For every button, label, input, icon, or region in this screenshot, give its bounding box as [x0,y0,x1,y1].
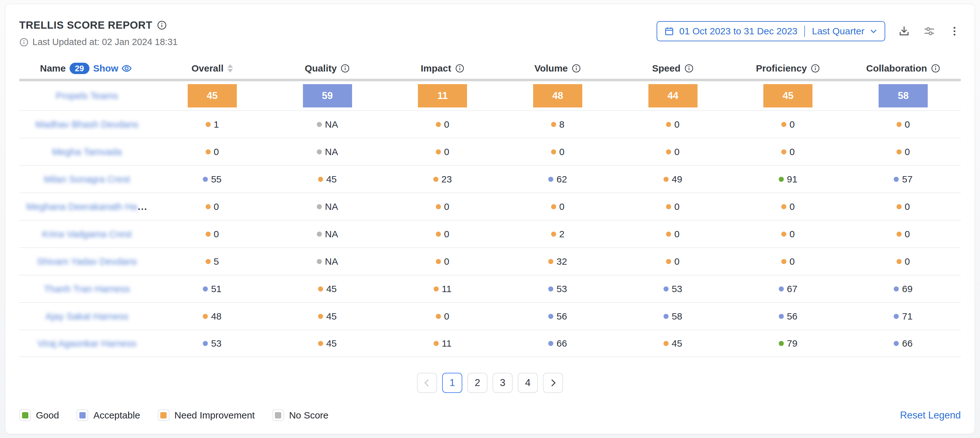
name-cell: Madhav Bhash Devdans [19,119,154,130]
score-cell: 55 [154,174,270,185]
score-value: 8 [559,119,565,130]
member-name-link[interactable]: Madhav Bhash Devdans [36,119,138,130]
member-name-link[interactable]: Meghana Deerakanath Ha [27,201,137,212]
speed-column-label: Speed [652,63,681,74]
name-cell: Milan Sonagra Crest [19,174,154,185]
score-cell: 23 [385,174,500,185]
pagination-page-2[interactable]: 2 [467,373,487,393]
score-dot [779,177,784,182]
pagination: 1 2 3 4 [19,373,961,393]
score-dot [317,204,322,209]
score-dot [663,177,668,182]
score-cell: 53 [615,284,730,294]
score-cell: 53 [500,284,615,294]
score-dot [434,287,439,291]
legend-item-acceptable[interactable]: Acceptable [76,409,140,421]
quality-info-icon[interactable] [340,64,350,73]
member-name-link[interactable]: Milan Sonagra Crest [44,174,130,185]
score-value: 0 [444,256,449,267]
last-updated-info-icon[interactable] [19,38,29,47]
score-cell: 79 [730,338,846,349]
member-name-link[interactable]: Propels Teams [56,91,118,101]
score-value: 0 [674,147,679,157]
score-value: 0 [559,201,565,212]
score-cell: 48 [500,84,615,107]
score-cell: 49 [615,174,730,185]
score-value: 56 [787,311,797,322]
download-icon[interactable] [898,25,910,38]
last-updated-text: Last Updated at: 02 Jan 2024 18:31 [32,37,178,47]
filter-settings-icon[interactable] [923,25,935,38]
score-dot [897,232,902,237]
score-dot [666,232,671,237]
pagination-next-button[interactable] [543,373,563,393]
reset-legend-link[interactable]: Reset Legend [900,409,961,421]
legend-swatch [272,409,284,421]
score-value: 0 [905,229,910,239]
score-dot [318,314,323,319]
impact-column-label: Impact [421,63,451,74]
sort-icon[interactable] [228,64,233,72]
score-badge: 45 [188,84,237,107]
speed-info-icon[interactable] [684,64,694,73]
volume-column-label: Volume [535,63,568,74]
score-dot [317,122,322,127]
date-preset-text: Last Quarter [812,26,864,37]
pagination-page-4[interactable]: 4 [518,373,538,393]
score-value: 0 [789,119,795,130]
impact-info-icon[interactable] [455,64,465,73]
score-dot [781,122,786,127]
score-value: 0 [214,229,219,239]
score-cell: 0 [846,119,961,130]
score-dot [436,122,441,127]
chevron-right-icon [549,379,556,387]
score-cell: 0 [846,201,961,212]
score-dot [433,177,438,182]
title-info-icon[interactable] [157,20,167,30]
score-dot [897,204,902,209]
legend-item-need-improvement[interactable]: Need Improvement [158,409,255,421]
pagination-page-3[interactable]: 3 [493,373,513,393]
volume-info-icon[interactable] [571,64,581,73]
score-cell: 32 [500,256,615,267]
chevron-down-icon [869,27,878,35]
member-name-link[interactable]: Thanh Tran Harness [44,284,130,294]
score-cell: 2 [500,229,615,239]
score-cell: NA [270,147,385,157]
score-cell: 0 [615,229,730,239]
kebab-menu-icon[interactable] [948,25,961,38]
member-name-link[interactable]: Shivam Yadav Devdans [37,256,137,267]
score-cell: 0 [154,229,270,239]
legend-item-no-score[interactable]: No Score [272,409,328,421]
table-header-row: Name 29 Show Overall Quality Impact Volu… [19,58,961,79]
member-name-link[interactable]: Viraj Agaonkar Harness [38,338,137,349]
show-names-toggle[interactable]: Show [93,63,132,74]
member-name-link[interactable]: Megha Tamvada [52,147,122,157]
pagination-prev-button[interactable] [417,373,437,393]
score-cell: 0 [385,201,500,212]
score-cell: 48 [154,311,270,322]
date-range-button[interactable]: 01 Oct 2023 to 31 Dec 2023 Last Quarter [657,21,885,41]
score-cell: 0 [385,229,500,239]
collaboration-info-icon[interactable] [931,64,940,73]
overall-column-label: Overall [191,63,224,74]
score-value: 0 [444,229,449,239]
pagination-page-1[interactable]: 1 [442,373,462,393]
score-dot [203,314,208,319]
member-name-link[interactable]: Ajay Sakat Harness [45,311,128,322]
proficiency-info-icon[interactable] [811,64,820,73]
table-row: Meghana Deerakanath Ha...0NA00000 [19,193,961,220]
score-value: NA [325,147,338,157]
score-dot [779,341,784,346]
score-dot [897,259,902,264]
score-dot [663,314,668,319]
score-value: 0 [674,201,679,212]
member-name-link[interactable]: Krina Vadgama Crest [42,229,132,239]
column-header-overall[interactable]: Overall [154,63,270,74]
score-value: 45 [326,284,337,294]
legend-item-good[interactable]: Good [19,409,59,421]
score-value: 67 [787,284,797,294]
score-dot [894,177,899,182]
score-value: 49 [672,174,682,185]
trellis-score-report-card: TRELLIS SCORE REPORT Last Updated at: 02… [5,4,975,434]
